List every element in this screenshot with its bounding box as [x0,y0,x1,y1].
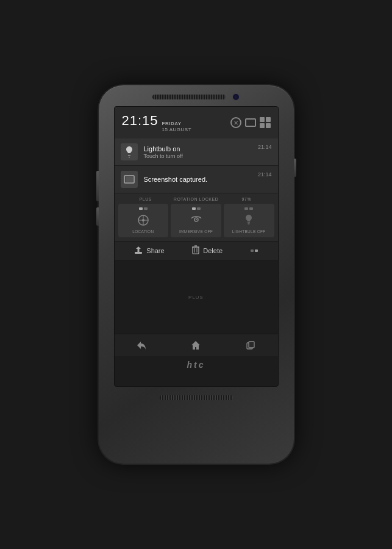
phone-top-bar [99,85,294,106]
home-button[interactable] [187,339,205,351]
lightbulb-subtitle: Touch to turn off [144,153,252,159]
share-button[interactable]: Share [134,246,164,256]
qs-labels-row: PLUS ROTATION LOCKED 97% [118,197,274,204]
lightbulb-icon [121,143,138,160]
lightbulb-content: Lightbulb on Touch to turn off [144,145,252,159]
qs-tile-location[interactable]: LOCATION [118,204,169,237]
lightbulb-title: Lightbulb on [144,145,252,152]
qs-label-battery: 97% [221,197,272,201]
screenshot-title: Screenshot captured. [144,176,252,183]
day-label: FRIDAY [162,121,192,127]
bottom-speaker [160,395,233,400]
power-button[interactable] [294,159,296,177]
screenshot-content: Screenshot captured. [144,176,252,183]
svg-rect-1 [126,177,133,182]
share-label: Share [146,247,164,254]
location-indicator [139,207,148,210]
svg-rect-11 [193,247,199,254]
lightbulb-tile-indicator [244,207,253,210]
quick-settings: PLUS ROTATION LOCKED 97% [115,193,278,241]
lightbulb-notification[interactable]: Lightbulb on Touch to turn off 21:14 [115,138,278,166]
delete-label: Delete [203,247,223,254]
action-bar: Share Delete [115,241,278,260]
location-label: LOCATION [132,229,154,234]
delete-icon [192,245,199,256]
lightbulb-tile-icon [242,214,255,227]
recent-apps-icon[interactable] [245,118,256,127]
recents-button[interactable] [241,339,260,351]
back-button[interactable] [132,339,151,351]
page-indicator [251,249,258,252]
clock: 21:15 [122,113,159,129]
htc-branding-area: htc [115,356,278,376]
time-block: 21:15 FRIDAY 15 AUGUST [122,113,192,132]
qs-tile-lightbulb[interactable]: LIGHTBULB OFF [224,204,274,237]
date-block: FRIDAY 15 AUGUST [162,121,192,132]
svg-point-7 [196,219,197,220]
top-speaker [152,95,226,99]
main-content-area: PLUS [115,260,278,334]
screenshot-time: 21:14 [258,171,272,178]
share-icon [134,246,143,256]
qs-label-rotation: ROTATION LOCKED [171,197,221,201]
screen: 21:15 FRIDAY 15 AUGUST ✕ [114,106,279,387]
immersive-indicator [192,207,201,210]
status-icons: ✕ [230,117,271,128]
location-icon [137,214,150,227]
htc-logo: htc [187,360,205,370]
status-bar: 21:15 FRIDAY 15 AUGUST ✕ [115,107,278,138]
plus-label: PLUS [188,295,204,300]
app-grid-icon[interactable] [260,117,271,128]
front-camera [232,93,240,101]
dismiss-icon[interactable]: ✕ [230,117,241,128]
date-label: 15 AUGUST [162,127,192,133]
lightbulb-tile-label: LIGHTBULB OFF [232,229,266,234]
phone-device: 21:15 FRIDAY 15 AUGUST ✕ [99,85,294,464]
qs-tiles-row: LOCATION IMMERSIVE OF [118,204,274,237]
volume-down-button[interactable] [96,207,99,226]
navigation-bar [115,334,278,356]
immersive-icon [190,214,203,227]
svg-rect-17 [249,342,254,348]
svg-point-5 [142,219,144,221]
qs-tile-immersive[interactable]: IMMERSIVE OFF [171,204,221,237]
immersive-label: IMMERSIVE OFF [179,229,213,234]
screenshot-icon [121,171,138,188]
svg-rect-10 [135,252,142,254]
screenshot-notification[interactable]: Screenshot captured. 21:14 [115,166,278,193]
lightbulb-time: 21:14 [258,144,272,150]
delete-button[interactable]: Delete [192,245,223,256]
volume-up-button[interactable] [96,171,99,201]
qs-label-plus: PLUS [121,197,171,201]
